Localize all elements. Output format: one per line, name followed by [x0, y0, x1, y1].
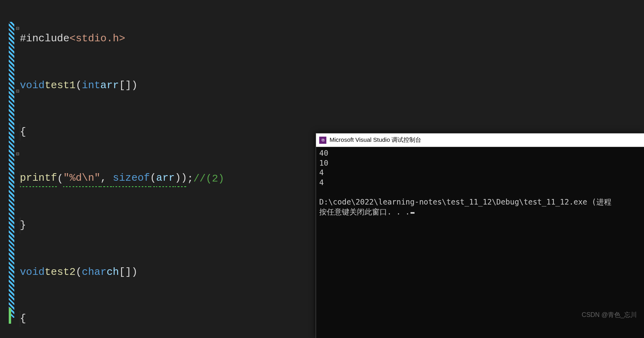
- console-title: Microsoft Visual Studio 调试控制台: [330, 135, 421, 145]
- code-token: #include: [20, 31, 69, 46]
- code-token: void: [20, 78, 44, 93]
- code-line: #include <stdio.h>: [20, 31, 644, 47]
- code-token: }: [20, 218, 26, 233]
- console-line: 按任意键关闭此窗口. . .: [319, 207, 410, 216]
- code-token: arr: [156, 170, 175, 187]
- code-token: []: [119, 265, 131, 280]
- vs-icon: ⧉: [319, 137, 326, 144]
- console-line: 40: [319, 149, 328, 157]
- code-token: int: [82, 78, 100, 93]
- code-token: char: [82, 265, 106, 280]
- fold-icon[interactable]: ⊟: [16, 25, 20, 29]
- console-line: 4: [319, 178, 324, 187]
- console-output[interactable]: 40 10 4 4 D:\code\2022\learning-notes\te…: [316, 147, 644, 218]
- fold-icon[interactable]: ⊟: [16, 150, 20, 154]
- console-line: 10: [319, 158, 328, 167]
- code-token: //(2): [193, 171, 224, 187]
- code-token: test1: [44, 78, 75, 93]
- code-token: test2: [44, 265, 75, 280]
- code-token: arr: [100, 78, 119, 93]
- code-token: ch: [106, 265, 119, 280]
- gutter: ⊟ ⊟ ⊟: [0, 0, 20, 338]
- code-token: {: [20, 124, 26, 140]
- code-token: void: [20, 265, 44, 280]
- code-token: []: [119, 78, 131, 93]
- console-line: D:\code\2022\learning-notes\test_11_12\D…: [319, 197, 611, 206]
- cursor-icon: [411, 212, 415, 214]
- code-token: "%d\n": [63, 170, 100, 187]
- code-token: {: [20, 311, 26, 326]
- code-token: printf: [20, 170, 57, 187]
- code-token: sizeof: [113, 170, 150, 187]
- debug-console-window[interactable]: ⧉ Microsoft Visual Studio 调试控制台 40 10 4 …: [316, 133, 644, 338]
- code-token: <stdio.h>: [69, 31, 125, 46]
- console-titlebar[interactable]: ⧉ Microsoft Visual Studio 调试控制台: [316, 133, 644, 147]
- code-line: void test1(int arr[]): [20, 78, 644, 94]
- console-line: 4: [319, 168, 324, 177]
- fold-icon[interactable]: ⊟: [16, 87, 20, 91]
- watermark: CSDN @青色_忘川: [582, 310, 637, 320]
